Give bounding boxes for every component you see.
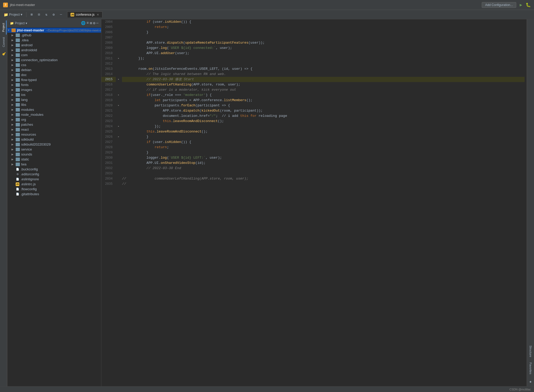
line-number: 2027 [101,140,116,145]
list-item[interactable]: 📄.eslintignore [7,177,101,182]
gutter-line [116,145,120,150]
list-item[interactable]: ▶connection_optimization [7,57,101,62]
line-number: 2030 [101,155,116,160]
debug-icon[interactable]: 🐛 [526,2,531,8]
list-item[interactable]: ▶ios [7,92,101,97]
list-item[interactable]: ▶lang [7,97,101,102]
collapse-all-icon[interactable]: ⊟ [36,11,42,18]
gutter-line [116,45,120,51]
code-line: // [122,181,525,187]
gutter-line [116,87,120,93]
list-item[interactable]: ▶resources [7,132,101,137]
list-item[interactable]: ▶node_modules [7,112,101,117]
line-number: 2010 [101,51,116,56]
autoscroll-icon[interactable]: ⇅ [43,11,49,18]
list-item[interactable]: ▶debian [7,67,101,72]
code-line: APP.UI.onSharedVideoStop(id); [122,160,525,166]
gutter-line [116,150,120,155]
line-number: 2020 [101,103,116,108]
list-item[interactable]: ▶libs [7,102,101,107]
add-configuration-button[interactable]: Add Configuration... [482,2,516,8]
tree-item-label: resources [21,132,36,136]
list-item[interactable]: ▶com [7,53,101,57]
gutter-line: ▸ [116,124,120,129]
close-panel-icon[interactable]: — [58,11,64,18]
tree-gear-icon[interactable]: ⚙ [93,21,95,25]
code-line: logger.log(`USER ${id} LEFT:`, user); [122,155,525,160]
conference-js-tab[interactable]: JS conference.js ✕ [67,11,102,18]
list-item[interactable]: ▶fonts [7,82,101,87]
list-item[interactable]: JS.eslintrc.js [7,182,101,187]
expand-all-icon[interactable]: ⊞ [28,11,35,18]
list-item[interactable]: ▶org [7,117,101,122]
list-item[interactable]: ▶twa [7,162,101,167]
list-item[interactable]: ▶sdkbuild202203029 [7,142,101,147]
tree-item-arrow: ▶ [11,44,16,47]
tab-label: conference.js [76,13,94,16]
commit-side-tab[interactable]: Commit [1,34,6,50]
tree-root: ▼ jitsi-meet-master ~/Desktop/Project/ji… [7,27,101,197]
list-item[interactable]: 📄.gitattributes [7,192,101,197]
favorites-tab[interactable]: Favorites [528,360,533,377]
list-item[interactable]: ⚙.editorconfig [7,172,101,177]
list-item[interactable]: 📄.flowconfig [7,187,101,192]
folder-icon [16,78,20,82]
list-item[interactable]: ▶css [7,62,101,67]
line-number: 2019 [101,98,116,103]
tree-item-arrow: ▶ [11,113,16,116]
list-item[interactable]: ▶android [7,43,101,48]
key-side-tab[interactable]: 🔑 [1,50,6,58]
list-item[interactable]: ▶images [7,87,101,92]
tree-close-icon[interactable]: — [96,21,98,25]
list-item[interactable]: ▶react [7,127,101,132]
list-item[interactable]: ▶sdkbuild [7,137,101,142]
folder-icon [16,143,20,146]
gutter-arrow: ▸ [118,56,119,61]
root-path: ~/Desktop/Project/jitsi20210809/jitsi-me… [46,29,101,32]
tree-item-arrow: ▶ [11,148,16,151]
list-item[interactable]: ▶doc [7,72,101,77]
structure-tab[interactable]: Structure [528,343,533,360]
tree-item-arrow: ▶ [11,163,16,166]
tree-item-arrow: ▶ [11,64,16,66]
tree-filter-icon[interactable]: ⊞ [90,21,92,25]
line-number: 2026 [101,134,116,140]
tree-item-label: .gitattributes [21,192,39,196]
tree-item-label: org [21,118,26,122]
list-item[interactable]: ▶.idea [7,38,101,43]
gutter-line: ▸ [116,77,120,82]
tab-close-button[interactable]: ✕ [97,13,99,16]
list-item[interactable]: ▶.github [7,33,101,38]
code-line: return; [122,145,525,150]
code-line: if (user.isHidden()) { [122,140,525,145]
tree-item-arrow: ▶ [11,103,16,106]
tree-list-icon[interactable]: ≡ [86,21,89,25]
tree-item-label: sdkbuild202203029 [21,142,51,146]
star-icon[interactable]: ★ [527,377,534,386]
gutter-line [116,82,120,87]
gutter-line [116,181,120,187]
gutter-line [116,30,120,35]
tree-item-arrow: ▶ [11,68,16,71]
code-container[interactable]: 2004200520062007200820092010201120122013… [101,19,527,386]
settings-icon[interactable]: ⚙ [50,11,57,18]
folder-icon [16,43,20,47]
list-item[interactable]: ▶flow-typed [7,77,101,82]
project-dropdown[interactable]: 📁 Project ▾ [2,12,24,17]
code-line: } [122,30,525,35]
list-item[interactable]: ▶service [7,147,101,152]
list-item[interactable]: ▶androidold [7,48,101,53]
project-side-tab[interactable]: Project [1,20,7,34]
list-item[interactable]: 📄.buckconfig [7,167,101,172]
tree-globe-icon[interactable]: 🌐 [81,21,85,25]
line-number: 2022 [101,113,116,119]
editor-area: 2004200520062007200820092010201120122013… [101,19,527,386]
list-item[interactable]: ▶static [7,157,101,162]
tree-root-item[interactable]: ▼ jitsi-meet-master ~/Desktop/Project/ji… [7,28,101,33]
run-icon[interactable]: ▶ [518,2,524,8]
gutter-line [116,176,120,181]
list-item[interactable]: ▶modules [7,107,101,112]
list-item[interactable]: ▶patches [7,122,101,127]
js-file-icon: JS [71,13,74,16]
list-item[interactable]: ▶sounds [7,152,101,157]
